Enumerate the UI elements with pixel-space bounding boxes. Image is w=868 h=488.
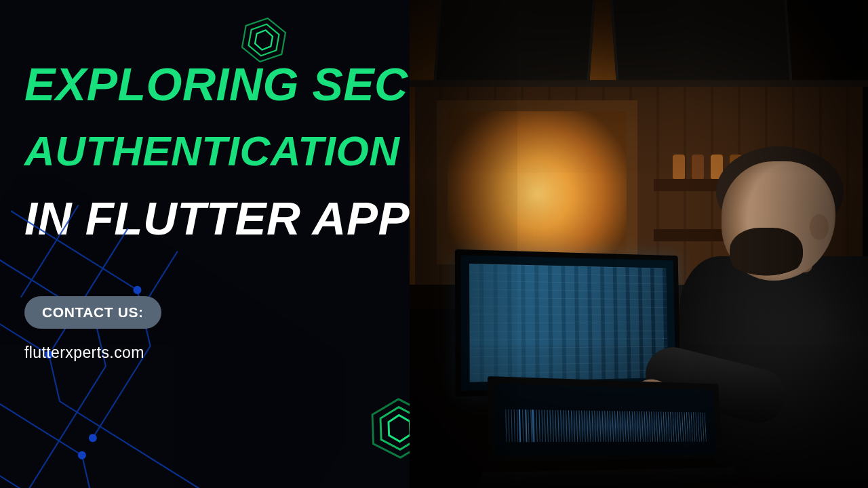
- contact-us-button[interactable]: CONTACT US:: [24, 296, 161, 329]
- acoustic-panel: [433, 0, 595, 81]
- laptop: [488, 376, 724, 488]
- headline-line-2: AUTHENTICATION: [24, 130, 410, 172]
- promo-banner: EXPLORING SECURE AUTHENTICATION IN FLUTT…: [0, 0, 868, 488]
- studio-window: [437, 100, 637, 264]
- ceiling-beam: [410, 80, 868, 87]
- svg-marker-17: [389, 415, 410, 442]
- svg-marker-14: [254, 28, 273, 51]
- svg-point-6: [77, 449, 88, 461]
- left-panel: EXPLORING SECURE AUTHENTICATION IN FLUTT…: [0, 0, 410, 488]
- svg-marker-15: [372, 399, 410, 459]
- svg-point-0: [132, 285, 143, 296]
- hexagon-icon: [365, 394, 410, 462]
- svg-marker-12: [240, 15, 288, 65]
- svg-marker-16: [380, 407, 410, 451]
- acoustic-panel: [610, 0, 792, 81]
- hexagon-icon: [235, 11, 293, 69]
- svg-marker-13: [247, 22, 280, 58]
- svg-point-1: [87, 432, 99, 444]
- headline-line-1: EXPLORING SECURE: [24, 61, 410, 107]
- studio-photo: [410, 0, 868, 488]
- website-link[interactable]: flutterxperts.com: [24, 344, 410, 362]
